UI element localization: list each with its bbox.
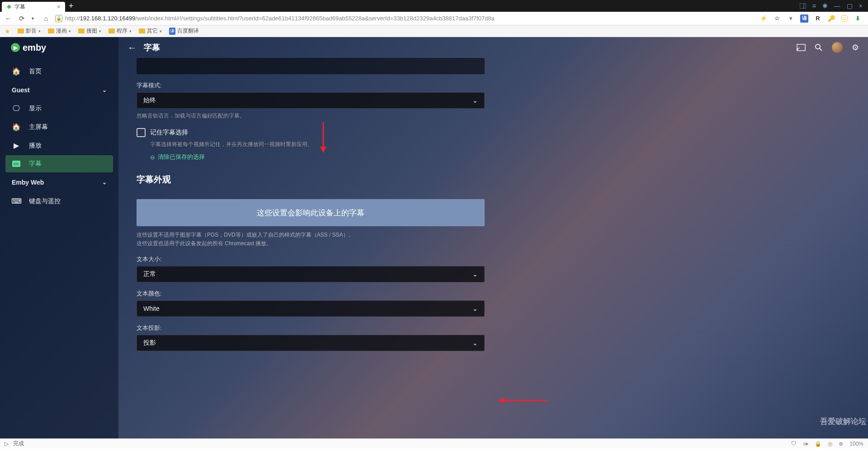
close-icon[interactable]: × xyxy=(57,3,61,10)
shadow-select[interactable]: 投影 ⌄ xyxy=(137,335,485,351)
remember-helper: 字幕选择将被每个视频所记住，并在再次播放同一视频时重新应用。 xyxy=(137,141,850,148)
bookmark-folder[interactable]: 程序▾ xyxy=(108,27,132,35)
svg-point-6 xyxy=(816,44,820,49)
bookmark-translate[interactable]: 译百度翻译 xyxy=(169,27,199,35)
bookmark-folder[interactable]: 搜图▾ xyxy=(78,27,101,35)
home-nav-icon: 🏠 xyxy=(12,67,21,76)
smile-ext-icon[interactable]: ☺ xyxy=(841,15,848,22)
select-value: White xyxy=(143,305,160,312)
select-value: 投影 xyxy=(143,339,156,347)
remember-label: 记住字幕选择 xyxy=(150,128,188,137)
nav-label: 主屏幕 xyxy=(29,123,48,131)
nav-keyboard[interactable]: ⌨ 键盘与遥控 xyxy=(5,192,113,210)
bookmark-folder[interactable]: 其它▾ xyxy=(139,27,162,35)
remember-checkbox-row[interactable]: 记住字幕选择 xyxy=(137,128,850,137)
house-icon: 🏠 xyxy=(12,123,21,131)
window-controls: ≡ ✱ — ▢ × xyxy=(800,2,866,10)
nav-section-web[interactable]: Emby Web ⌄ xyxy=(5,173,113,191)
svg-line-7 xyxy=(820,48,822,51)
shield-icon[interactable]: ⛉ xyxy=(791,441,797,447)
maximize-icon[interactable]: ▢ xyxy=(847,2,853,10)
status-bar: ▷ 完成 ⛉ 🕪 🔒 ◎ ⊕ 100% xyxy=(0,438,868,448)
play-icon: ▶ xyxy=(12,141,21,150)
chevron-down-icon: ⌄ xyxy=(102,87,107,93)
previous-select[interactable] xyxy=(137,58,485,74)
download-icon[interactable]: ⬇ xyxy=(854,14,862,23)
tv-icon: 🖵 xyxy=(12,105,21,113)
folder-icon xyxy=(108,29,115,33)
address-bar: ← ⟳ ▾ ⌂ 🔒 http://192.168.1.120:16499/web… xyxy=(0,12,868,25)
mode-select[interactable]: 始终 ⌄ xyxy=(137,92,485,109)
home-icon[interactable]: ⌂ xyxy=(42,14,51,23)
url-field[interactable]: 🔒 http://192.168.1.120:16499/web/index.h… xyxy=(55,15,755,22)
window-close-icon[interactable]: × xyxy=(859,2,863,10)
bookmark-folder[interactable]: 影音▾ xyxy=(18,27,41,35)
bookmarks-bar: ★ 影音▾ 漫画▾ 搜图▾ 程序▾ 其它▾ 译百度翻译 xyxy=(0,25,868,37)
new-tab-button[interactable]: + xyxy=(69,1,74,11)
back-icon[interactable]: ← xyxy=(4,14,13,23)
checkbox-icon[interactable] xyxy=(137,128,146,137)
flash-icon[interactable]: ⚡ xyxy=(760,14,768,23)
nav-label: 显示 xyxy=(29,105,42,113)
info-banner: 这些设置会影响此设备上的字幕 xyxy=(137,199,485,226)
network-icon[interactable]: ⊕ xyxy=(839,441,843,447)
nav-homescreen[interactable]: 🏠 主屏幕 xyxy=(5,118,113,136)
nav-label: 键盘与遥控 xyxy=(29,197,61,205)
translate-icon: 译 xyxy=(169,28,175,35)
color-select[interactable]: White ⌄ xyxy=(137,300,485,317)
star-icon[interactable]: ☆ xyxy=(773,14,781,23)
logo[interactable]: ▶ emby xyxy=(0,37,118,58)
sidebar: ▶ emby 🏠 首页 Guest ⌄ 🖵 显示 🏠 主屏幕 ▶ 播放 xyxy=(0,37,118,438)
app-container: ▶ emby 🏠 首页 Guest ⌄ 🖵 显示 🏠 主屏幕 ▶ 播放 xyxy=(0,37,868,438)
tab-favicon xyxy=(6,4,12,10)
browser-tab-strip: 字幕 × + ≡ ✱ — ▢ × xyxy=(0,0,868,12)
folder-icon xyxy=(139,29,145,33)
lock-status-icon[interactable]: 🔒 xyxy=(815,441,821,447)
key-ext-icon[interactable]: 🔑 xyxy=(827,14,835,23)
nav-label: 首页 xyxy=(29,67,42,76)
svg-rect-5 xyxy=(797,44,805,51)
keyboard-icon: ⌨ xyxy=(12,197,21,205)
folder-icon xyxy=(78,29,85,33)
reload-dropdown-icon[interactable]: ▾ xyxy=(28,14,37,23)
size-select[interactable]: 正常 ⌄ xyxy=(137,266,485,282)
link-text: 清除已保存的选择 xyxy=(158,153,205,161)
menu-icon[interactable]: ≡ xyxy=(812,2,816,10)
nav-section-guest[interactable]: Guest ⌄ xyxy=(5,81,113,99)
chevron-down-icon: ⌄ xyxy=(472,339,478,347)
gear-icon[interactable]: ⚙ xyxy=(852,43,859,52)
color-label: 文本颜色: xyxy=(137,290,850,298)
nav-subtitles[interactable]: CC 字幕 xyxy=(5,155,113,172)
search-icon[interactable] xyxy=(815,43,823,52)
folder-icon xyxy=(18,29,24,33)
logo-text: emby xyxy=(23,43,46,53)
nav-playback[interactable]: ▶ 播放 xyxy=(5,137,113,154)
reload-icon[interactable]: ⟳ xyxy=(17,14,26,23)
bookmark-star-icon[interactable]: ★ xyxy=(5,28,10,35)
svg-text:CC: CC xyxy=(14,162,19,166)
logo-icon: ▶ xyxy=(11,43,20,52)
nav-display[interactable]: 🖵 显示 xyxy=(5,100,113,117)
cast-icon[interactable] xyxy=(797,44,806,51)
translate-ext-icon[interactable]: 译 xyxy=(800,14,808,23)
shadow-label: 文本投影: xyxy=(137,324,850,332)
dropdown-icon[interactable]: ▾ xyxy=(787,14,795,23)
avatar[interactable] xyxy=(832,42,843,53)
zoom-level[interactable]: 100% xyxy=(849,441,863,447)
panel-icon[interactable] xyxy=(800,3,806,9)
select-value: 始终 xyxy=(143,96,156,105)
back-button[interactable]: ← xyxy=(127,43,137,53)
clear-saved-link[interactable]: ⊖ 清除已保存的选择 xyxy=(137,153,850,161)
tab-title: 字幕 xyxy=(14,3,25,11)
sound-icon[interactable]: 🕪 xyxy=(803,441,808,447)
play-status-icon[interactable]: ▷ xyxy=(5,441,9,447)
puzzle-icon[interactable]: ✱ xyxy=(822,2,828,10)
bookmark-folder[interactable]: 漫画▾ xyxy=(48,27,71,35)
minimize-icon[interactable]: — xyxy=(834,2,840,10)
browser-tab[interactable]: 字幕 × xyxy=(2,2,65,12)
nav-label: 播放 xyxy=(29,142,42,150)
nav-home[interactable]: 🏠 首页 xyxy=(5,62,113,80)
target-icon[interactable]: ◎ xyxy=(828,441,832,447)
chevron-down-icon: ⌄ xyxy=(472,271,478,278)
r-ext-icon[interactable]: R xyxy=(814,14,822,23)
